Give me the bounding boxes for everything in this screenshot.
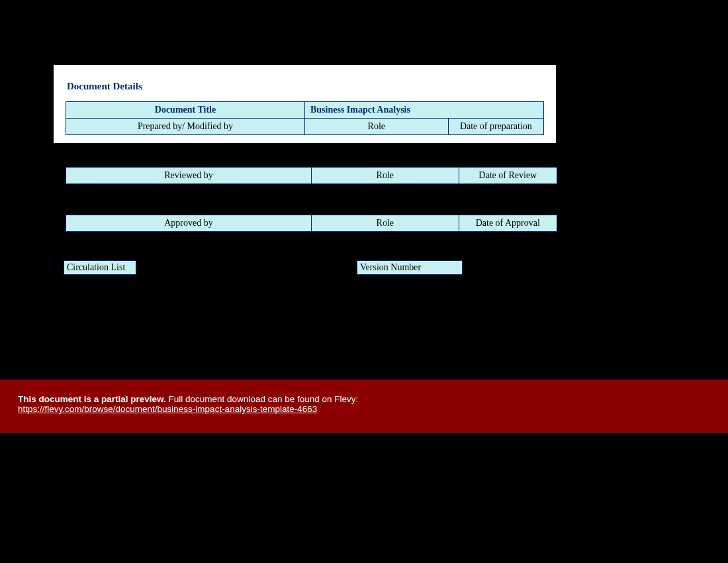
section-heading: Document Details [67,81,544,92]
doc-title-label: Document Title [66,102,305,119]
doc-title-value: Business Imapct Analysis [305,102,544,119]
approved-by-label: Approved by [66,215,312,232]
table-row: Approved by Role Date of Approval [66,215,557,232]
footer-rest-text: Full document download can be found on F… [166,394,358,404]
reviewed-row-wrap: Reviewed by Role Date of Review [66,167,557,184]
table-row: Reviewed by Role Date of Review [66,168,557,184]
doc-details-table: Document Title Business Imapct Analysis … [66,101,544,135]
version-number-label: Version Number [357,260,463,275]
role-label: Role [305,119,449,135]
role-label: Role [312,215,459,232]
date-prep-label: Date of preparation [448,119,543,135]
footer-link[interactable]: https://flevy.com/browse/document/busine… [18,404,317,414]
approved-row-wrap: Approved by Role Date of Approval [66,215,557,232]
footer-bold-text: This document is a partial preview. [18,394,166,404]
date-approval-label: Date of Approval [459,215,557,232]
approved-table: Approved by Role Date of Approval [66,215,557,232]
circulation-list-label: Circulation List [64,260,136,275]
date-review-label: Date of Review [459,168,557,184]
table-row: Prepared by/ Modified by Role Date of pr… [66,119,544,135]
role-label: Role [312,168,459,184]
title-row: Document Title Business Imapct Analysis [66,102,544,119]
reviewed-by-label: Reviewed by [66,168,312,184]
reviewed-table: Reviewed by Role Date of Review [66,167,557,184]
preview-footer: This document is a partial preview. Full… [0,380,728,433]
document-card: Document Details Document Title Business… [54,65,556,143]
prepared-by-label: Prepared by/ Modified by [66,119,305,135]
